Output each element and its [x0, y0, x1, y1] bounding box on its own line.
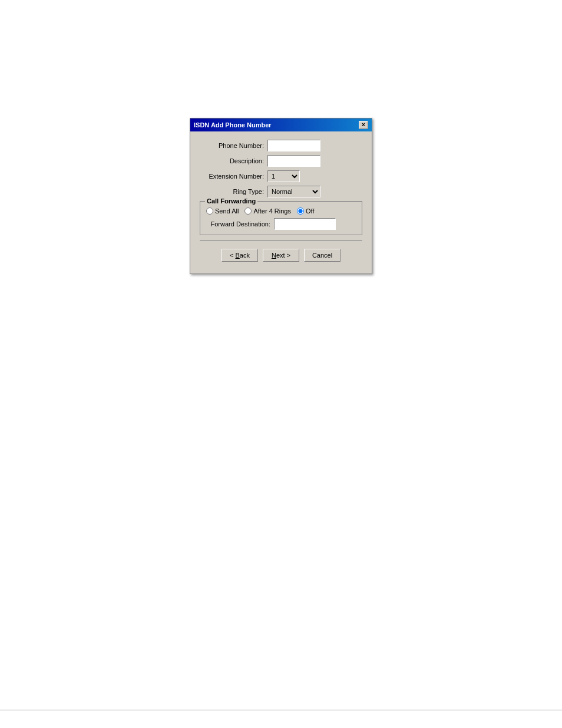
bottom-separator-line	[0, 710, 562, 710]
dialog-body: Phone Number: Description: Extension Num…	[190, 131, 372, 274]
call-forwarding-radio-row: Send All After 4 Rings Off	[206, 207, 356, 215]
dialog-titlebar: ISDN Add Phone Number ×	[190, 118, 372, 131]
dialog-separator	[200, 240, 362, 241]
ring-type-row: Ring Type: Normal Distinctive 1 Distinct…	[200, 186, 362, 197]
ring-type-label: Ring Type:	[200, 188, 267, 195]
forward-destination-row: Forward Destination:	[206, 218, 356, 230]
phone-number-row: Phone Number:	[200, 140, 362, 151]
cancel-button-label: Cancel	[312, 252, 332, 259]
description-label: Description:	[200, 157, 267, 164]
description-row: Description:	[200, 155, 362, 167]
next-button[interactable]: Next >	[263, 249, 299, 262]
dialog-title: ISDN Add Phone Number	[194, 121, 272, 129]
back-button[interactable]: < Back	[222, 249, 258, 262]
phone-number-label: Phone Number:	[200, 142, 267, 149]
radio-off[interactable]	[297, 207, 304, 215]
extension-number-label: Extension Number:	[200, 173, 267, 180]
call-forwarding-group: Call Forwarding Send All After 4 Rings	[200, 201, 362, 235]
radio-after-4-rings-label[interactable]: After 4 Rings	[244, 207, 291, 215]
radio-after-4-rings-text: After 4 Rings	[253, 207, 291, 215]
dialog-overlay: ISDN Add Phone Number × Phone Number: De…	[0, 0, 562, 728]
back-button-label: < Back	[230, 252, 250, 259]
page-background: ISDN Add Phone Number × Phone Number: De…	[0, 0, 562, 728]
forward-destination-label: Forward Destination:	[206, 220, 274, 228]
call-forwarding-legend: Call Forwarding	[205, 197, 257, 205]
forward-destination-input[interactable]	[274, 218, 336, 230]
dialog-footer: < Back Next > Cancel	[200, 245, 362, 268]
dialog-close-button[interactable]: ×	[359, 121, 368, 129]
radio-off-label[interactable]: Off	[297, 207, 314, 215]
radio-send-all-text: Send All	[215, 207, 239, 215]
isdn-dialog: ISDN Add Phone Number × Phone Number: De…	[190, 118, 372, 274]
cancel-button[interactable]: Cancel	[304, 249, 340, 262]
radio-after-4-rings[interactable]	[244, 207, 252, 215]
ring-type-select[interactable]: Normal Distinctive 1 Distinctive 2	[267, 186, 320, 197]
description-input[interactable]	[267, 155, 320, 167]
next-button-label: Next >	[272, 252, 290, 259]
extension-number-select[interactable]: 1 2 3 4 5	[267, 170, 300, 182]
phone-number-input[interactable]	[267, 140, 320, 151]
radio-send-all[interactable]	[206, 207, 213, 215]
radio-send-all-label[interactable]: Send All	[206, 207, 239, 215]
extension-number-row: Extension Number: 1 2 3 4 5	[200, 170, 362, 182]
radio-off-text: Off	[306, 207, 314, 215]
